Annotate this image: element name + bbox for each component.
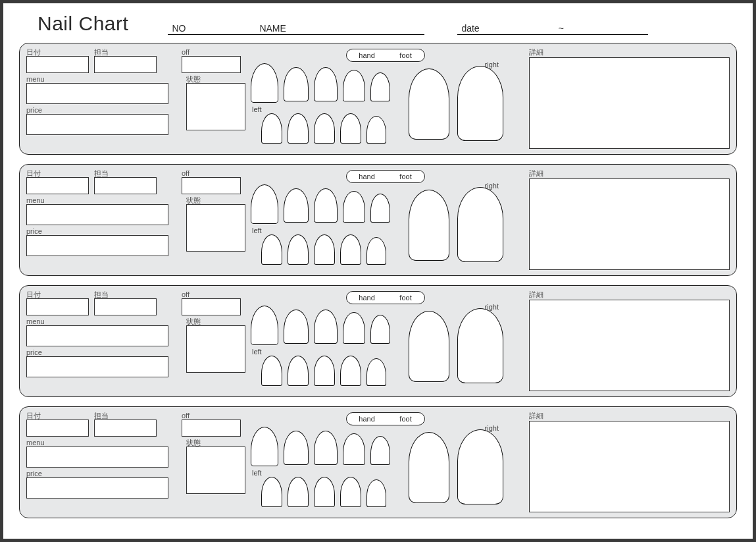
header: Nail Chart NO NAME date ~ [19, 13, 737, 35]
nail-icon[interactable] [314, 188, 338, 223]
date-input[interactable] [26, 298, 89, 315]
nail-icon[interactable] [366, 116, 386, 144]
nail-icon[interactable] [366, 358, 386, 386]
menu-input[interactable] [26, 325, 168, 346]
nail-icon[interactable] [288, 234, 309, 265]
nail-icon[interactable] [251, 184, 278, 224]
staff-input[interactable] [94, 298, 157, 315]
record-info: 日付 担当 off menu [25, 47, 245, 150]
nail-diagram: handfoot right left [245, 290, 525, 393]
nail-icon[interactable] [343, 70, 365, 101]
state-input[interactable] [186, 447, 245, 494]
date-input[interactable] [26, 420, 89, 437]
nail-icon[interactable] [261, 356, 282, 386]
price-input[interactable] [26, 477, 168, 499]
date-input[interactable] [26, 56, 89, 73]
detail-input[interactable] [529, 300, 730, 391]
nail-icon[interactable] [251, 427, 278, 466]
nail-large-icon[interactable] [457, 429, 503, 504]
nail-icon[interactable] [370, 194, 390, 223]
left-label: left [252, 105, 262, 113]
state-input[interactable] [186, 83, 245, 130]
nail-diagram: handfoot right left [245, 411, 525, 514]
menu-input[interactable] [26, 447, 168, 468]
nail-icon[interactable] [314, 477, 335, 507]
nail-icon[interactable] [340, 234, 361, 265]
nail-large-icon[interactable] [409, 68, 449, 140]
nail-icon[interactable] [288, 477, 309, 507]
no-label: NO [168, 23, 189, 34]
nail-large-icon[interactable] [409, 432, 449, 503]
hand-foot-toggle[interactable]: hand foot [346, 49, 425, 62]
detail-input[interactable] [529, 178, 730, 270]
date-input[interactable] [26, 177, 89, 194]
hand-foot-toggle[interactable]: handfoot [346, 412, 425, 425]
off-input[interactable] [182, 177, 241, 194]
nail-icon[interactable] [261, 113, 282, 144]
nail-large-icon[interactable] [409, 311, 449, 382]
nail-large-icon[interactable] [457, 66, 503, 141]
record-row: 日付 担当 off menu price 状態 handfoot right l… [19, 164, 737, 276]
state-input[interactable] [186, 325, 245, 373]
record-row: 日付 担当 off menu price 状態 handfoot right l… [19, 285, 737, 397]
price-input[interactable] [26, 356, 168, 377]
nail-icon[interactable] [343, 312, 365, 344]
nail-icon[interactable] [284, 188, 309, 223]
nail-icon[interactable] [284, 67, 309, 101]
nail-icon[interactable] [366, 237, 386, 265]
nail-icon[interactable] [370, 315, 390, 344]
staff-input[interactable] [94, 56, 157, 73]
state-field: 状態 [186, 76, 245, 130]
state-input[interactable] [186, 204, 245, 252]
nail-icon[interactable] [314, 113, 335, 144]
price-input[interactable] [26, 114, 168, 135]
nail-icon[interactable] [314, 234, 335, 265]
off-input[interactable] [182, 420, 241, 437]
hand-option[interactable]: hand [359, 51, 374, 59]
nail-large-icon[interactable] [457, 187, 503, 262]
menu-input[interactable] [26, 83, 168, 104]
detail-input[interactable] [529, 57, 730, 149]
nail-icon[interactable] [340, 477, 361, 507]
nail-icon[interactable] [343, 433, 365, 465]
no-name-field[interactable]: NO NAME [168, 19, 424, 35]
detail-input[interactable] [529, 421, 730, 512]
nail-icon[interactable] [314, 431, 338, 465]
hand-foot-toggle[interactable]: handfoot [346, 291, 425, 304]
nail-chart-page: Nail Chart NO NAME date ~ 日付 [3, 3, 753, 539]
nail-icon[interactable] [340, 356, 361, 386]
nail-icon[interactable] [314, 310, 338, 344]
date-separator: ~ [556, 23, 567, 34]
nail-icon[interactable] [251, 306, 278, 345]
price-input[interactable] [26, 235, 168, 256]
date-field: 日付 [26, 49, 89, 73]
off-input[interactable] [182, 56, 241, 73]
nail-icon[interactable] [251, 63, 278, 103]
hand-foot-toggle[interactable]: handfoot [346, 170, 425, 183]
date-range-field[interactable]: date ~ [457, 19, 648, 35]
nail-large-icon[interactable] [409, 190, 449, 261]
record-info: 日付 担当 off menu price 状態 [25, 290, 245, 393]
nail-icon[interactable] [284, 310, 309, 344]
page-title: Nail Chart [38, 13, 128, 35]
menu-input[interactable] [26, 204, 168, 225]
record-info: 日付 担当 off menu price 状態 [25, 411, 245, 514]
nail-icon[interactable] [284, 431, 309, 465]
staff-input[interactable] [94, 420, 157, 437]
header-fields: NO NAME date ~ [128, 19, 737, 35]
off-input[interactable] [182, 298, 241, 315]
foot-option[interactable]: foot [399, 51, 411, 59]
nail-icon[interactable] [370, 436, 390, 465]
nail-large-icon[interactable] [457, 308, 503, 383]
nail-icon[interactable] [288, 356, 309, 386]
nail-icon[interactable] [370, 72, 390, 101]
nail-icon[interactable] [366, 479, 386, 507]
nail-icon[interactable] [340, 113, 361, 144]
nail-icon[interactable] [261, 234, 282, 265]
nail-icon[interactable] [288, 113, 309, 144]
staff-input[interactable] [94, 177, 157, 194]
nail-icon[interactable] [343, 191, 365, 223]
nail-icon[interactable] [261, 477, 282, 507]
nail-icon[interactable] [314, 67, 338, 101]
nail-icon[interactable] [314, 356, 335, 386]
